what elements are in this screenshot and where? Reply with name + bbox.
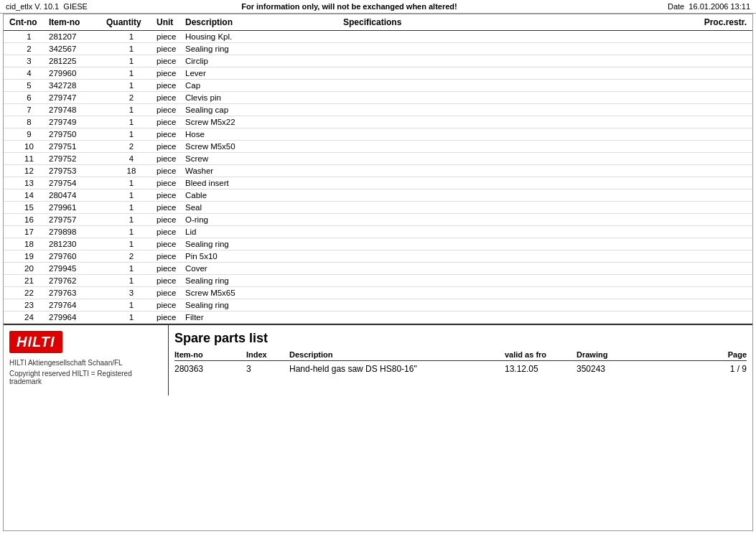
cell-desc: Sealing ring bbox=[185, 240, 343, 248]
table-row: 1 281207 1 piece Housing Kpl. bbox=[4, 31, 752, 43]
cell-desc: Screw M5x65 bbox=[185, 289, 343, 297]
footer-data-row: 280363 3 Hand-held gas saw DS HS80-16" 1… bbox=[174, 364, 747, 374]
cell-spec bbox=[343, 228, 661, 236]
cell-unit: piece bbox=[157, 276, 185, 285]
cell-desc: Seal bbox=[185, 203, 343, 212]
cell-cnt: 5 bbox=[9, 81, 49, 90]
cell-qty: 1 bbox=[106, 81, 157, 90]
cell-item: 342728 bbox=[49, 81, 106, 90]
cell-spec bbox=[343, 313, 661, 322]
cell-proc bbox=[661, 154, 747, 163]
cell-cnt: 22 bbox=[9, 289, 49, 297]
cell-desc: Screw M5x50 bbox=[185, 142, 343, 151]
cell-desc: Cover bbox=[185, 264, 343, 273]
cell-qty: 1 bbox=[106, 32, 157, 41]
cell-spec bbox=[343, 203, 661, 212]
cell-unit: piece bbox=[157, 313, 185, 322]
cell-cnt: 6 bbox=[9, 93, 49, 102]
cell-item: 279960 bbox=[49, 69, 106, 78]
cell-spec bbox=[343, 118, 661, 126]
cell-desc: Filter bbox=[185, 313, 343, 322]
table-row: 7 279748 1 piece Sealing cap bbox=[4, 104, 752, 116]
table-row: 24 279964 1 piece Filter bbox=[4, 312, 752, 324]
cell-unit: piece bbox=[157, 93, 185, 102]
table-row: 9 279750 1 piece Hose bbox=[4, 128, 752, 141]
footer-col-page: Page bbox=[648, 350, 747, 359]
cell-qty: 1 bbox=[106, 301, 157, 309]
cell-proc bbox=[661, 215, 747, 224]
cell-item: 279748 bbox=[49, 106, 106, 114]
cell-unit: piece bbox=[157, 69, 185, 78]
cell-spec bbox=[343, 69, 661, 78]
cell-item: 279760 bbox=[49, 252, 106, 261]
col-header-proc: Proc.restr. bbox=[661, 17, 747, 27]
cell-desc: Screw M5x22 bbox=[185, 118, 343, 126]
table-row: 3 281225 1 piece Circlip bbox=[4, 55, 752, 67]
page-wrapper: cid_etlx V. 10.1 GIESE For information o… bbox=[0, 0, 756, 534]
cell-proc bbox=[661, 228, 747, 236]
cell-spec bbox=[343, 240, 661, 248]
cell-unit: piece bbox=[157, 252, 185, 261]
cell-item: 279749 bbox=[49, 118, 106, 126]
footer-index: 3 bbox=[246, 364, 289, 374]
table-row: 20 279945 1 piece Cover bbox=[4, 263, 752, 275]
cell-proc bbox=[661, 301, 747, 309]
cell-qty: 4 bbox=[106, 154, 157, 163]
cell-proc bbox=[661, 289, 747, 297]
cell-item: 279964 bbox=[49, 313, 106, 322]
cell-item: 279961 bbox=[49, 203, 106, 212]
cell-spec bbox=[343, 264, 661, 273]
cell-unit: piece bbox=[157, 57, 185, 65]
cell-cnt: 24 bbox=[9, 313, 49, 322]
cell-cnt: 3 bbox=[9, 57, 49, 65]
date-area: Date 16.01.2006 13:11 bbox=[607, 2, 750, 11]
cell-unit: piece bbox=[157, 191, 185, 200]
footer-item-no: 280363 bbox=[174, 364, 246, 374]
cell-proc bbox=[661, 264, 747, 273]
table-row: 15 279961 1 piece Seal bbox=[4, 202, 752, 214]
cell-spec bbox=[343, 179, 661, 187]
cell-item: 280474 bbox=[49, 191, 106, 200]
cell-qty: 18 bbox=[106, 167, 157, 175]
cell-item: 281207 bbox=[49, 32, 106, 41]
footer-drawing: 350243 bbox=[577, 364, 648, 374]
footer-logo-area: HILTI HILTI Aktiengesellschaft Schaan/FL… bbox=[4, 325, 169, 395]
footer-col-desc: Description bbox=[289, 350, 505, 359]
top-bar: cid_etlx V. 10.1 GIESE For information o… bbox=[0, 0, 756, 14]
col-header-desc: Description bbox=[185, 17, 343, 27]
cell-desc: Washer bbox=[185, 167, 343, 175]
cell-proc bbox=[661, 142, 747, 151]
hilti-logo: HILTI bbox=[9, 331, 62, 353]
cell-spec bbox=[343, 154, 661, 163]
footer-info-area: Spare parts list Item-no Index Descripti… bbox=[169, 325, 752, 395]
cell-unit: piece bbox=[157, 142, 185, 151]
footer-table-header: Item-no Index Description valid as fro D… bbox=[174, 350, 747, 361]
cell-proc bbox=[661, 32, 747, 41]
system-version: cid_etlx V. 10.1 bbox=[6, 2, 59, 11]
cell-unit: piece bbox=[157, 289, 185, 297]
table-row: 2 342567 1 piece Sealing ring bbox=[4, 43, 752, 55]
cell-desc: Bleed insert bbox=[185, 179, 343, 187]
cell-desc: Housing Kpl. bbox=[185, 32, 343, 41]
cell-qty: 1 bbox=[106, 118, 157, 126]
footer-valid-from: 13.12.05 bbox=[505, 364, 577, 374]
cell-qty: 1 bbox=[106, 106, 157, 114]
cell-item: 281230 bbox=[49, 240, 106, 248]
cell-unit: piece bbox=[157, 240, 185, 248]
cell-unit: piece bbox=[157, 167, 185, 175]
table-row: 4 279960 1 piece Lever bbox=[4, 67, 752, 80]
table-row: 10 279751 2 piece Screw M5x50 bbox=[4, 141, 752, 153]
cell-proc bbox=[661, 130, 747, 139]
cell-item: 279753 bbox=[49, 167, 106, 175]
cell-cnt: 11 bbox=[9, 154, 49, 163]
cell-proc bbox=[661, 191, 747, 200]
cell-qty: 1 bbox=[106, 191, 157, 200]
cell-proc bbox=[661, 69, 747, 78]
footer-title: Spare parts list bbox=[174, 331, 747, 346]
cell-proc bbox=[661, 44, 747, 53]
cell-desc: Hose bbox=[185, 130, 343, 139]
cell-qty: 1 bbox=[106, 179, 157, 187]
cell-spec bbox=[343, 276, 661, 285]
cell-spec bbox=[343, 167, 661, 175]
cell-proc bbox=[661, 240, 747, 248]
